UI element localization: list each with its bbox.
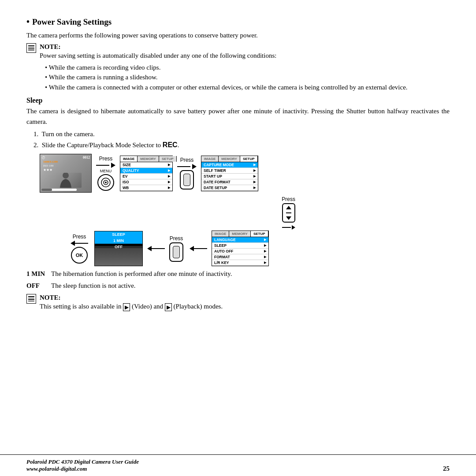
enter-arrow [282,225,295,230]
menu1-row-wb: WB▶ [120,185,172,191]
note1-bullet-3: While the camera is connected with a com… [45,82,450,93]
left-arrow-group [71,241,88,246]
menu1-tab-image: IMAGE [120,156,138,162]
up-triangle [286,206,291,209]
menu2-rows: CAPTURE MODE▶ SELF TIMER▶ START UP▶ DATE… [201,162,258,191]
menu3-row-sleep: SLEEP▶ [212,243,268,249]
page: • Power Saving Settings The camera perfo… [0,0,476,476]
menu2-tab-image: IMAGE [201,156,219,162]
note2-label: NOTE: [40,294,61,301]
menu1-tabs: IMAGE MEMORY SETUP [120,156,172,162]
def-off: OFF The sleep function is not active. [26,281,450,291]
cam-iso: ISO 100 [43,164,54,167]
menu1-tab-memory: MEMORY [138,156,159,162]
diagram-row-1: ⏱ 0012 1600X1200 ISO 100 ★★★ [40,154,450,193]
svg-point-3 [105,182,107,183]
menu2-row-self-timer: SELF TIMER▶ [201,168,258,174]
menu-label: MENU [100,169,112,173]
menu1-row-quality: QUALITY▶ [120,168,172,174]
menu1-tab-setup: SETUP [159,156,177,162]
menu-screen-3: IMAGE MEMORY SETUP LANGUAGE▶ SLEEP▶ AUTO… [212,231,269,266]
note2-icon [26,294,36,304]
press-label-1: Press [99,156,113,162]
cam-icon: ⏱ [41,156,45,160]
menu2-row-date-setup: DATE SETUP▶ [201,185,258,191]
left-arrow-head [71,241,75,246]
sleep-steps: 1. Turn on the camera. 2. Slide the Capt… [26,129,450,151]
ok-button[interactable]: OK [71,247,88,264]
note1-icon [26,43,36,53]
menu2-tab-memory: MEMORY [219,156,240,162]
menu-screen-1: IMAGE MEMORY SETUP SIZE▶ QUALITY▶ EV▶ IS… [120,156,173,191]
down-arrow-area: Press [26,194,304,230]
left-arrow-head-2 [147,246,152,251]
menu3-tabs: IMAGE MEMORY SETUP [212,231,268,237]
playback-icon: ▶ [165,303,172,312]
press-menu-group: Press MENU [96,156,115,191]
sleep-screen-content: SLEEP 1 MIN OFF [95,231,142,250]
mid-line [286,212,291,213]
def-desc-1min: The hibernation function is performed af… [51,269,450,279]
svg-point-0 [63,173,69,178]
note2-content: NOTE: This setting is also available in … [40,294,450,312]
menu3-row-auto-off: AUTO OFF▶ [212,249,268,254]
note1-box: NOTE: Power saving setting is automatica… [26,43,450,92]
menu2-row-capture: CAPTURE MODE▶ [201,162,258,168]
footer: Polaroid PDC 4370 Digital Camera User Gu… [0,454,476,476]
video-icon: ▶ [123,303,130,312]
menu2-row-date-format: DATE FORMAT▶ [201,179,258,185]
sleep-body: The camera is designed to hibernate auto… [26,106,450,127]
left-arrow-3 [190,246,207,251]
footer-url: www.polaroid-digital.com [26,465,139,472]
left-arrow-2 [147,246,165,251]
diagram-row-2: Press OK SLEEP 1 MIN OFF [71,231,450,266]
section-title: • Power Saving Settings [26,17,450,27]
menu3-tab-image: IMAGE [212,231,229,237]
diagram-area-2: Press [26,194,450,230]
nav-btn-inner [183,174,190,186]
down-triangle [286,216,291,220]
def-1min: 1 MIN The hibernation function is perfor… [26,269,450,279]
menu2-row-startup: START UP▶ [201,174,258,179]
nav-btn-inner-2 [173,246,180,258]
nav-button-1[interactable] [180,170,194,190]
footer-page-num: 25 [443,465,450,472]
press-ok-group: Press OK [71,234,88,264]
menu3-tab-setup: SETUP [251,231,268,237]
note1-bullet-2: While the camera is running a slideshow. [45,72,450,82]
press-label-2: Press [180,157,194,163]
press-group-2: Press [177,157,197,190]
note2-box: NOTE: This setting is also available in … [26,294,450,312]
nav-button-2[interactable] [169,242,183,262]
sleep-screen: SLEEP 1 MIN OFF [94,231,143,266]
press-label-3: Press [282,196,295,202]
menu-button[interactable] [97,174,114,191]
title-bullet: • [26,17,30,27]
menu-btn-icon [101,178,111,187]
updown-button[interactable] [282,203,295,223]
menu1-row-size: SIZE▶ [120,162,172,168]
sleep-title: Sleep [26,97,450,104]
left-arrow-shaft [75,243,88,244]
menu-screen-2: IMAGE MEMORY SETUP CAPTURE MODE▶ SELF TI… [201,156,258,191]
page-title: Power Saving Settings [32,17,112,27]
person-silhouette [55,173,77,188]
menu1-row-iso: ISO▶ [120,179,172,185]
menu2-tabs: IMAGE MEMORY SETUP [201,156,258,162]
menu3-row-lr-key: L/R KEY▶ [212,260,268,266]
press-label-ok: Press [73,234,86,240]
camera-thumbnail: ⏱ 0012 1600X1200 ISO 100 ★★★ [40,154,92,193]
note1-label: NOTE: [40,43,61,50]
step-1: 1. Turn on the camera. [33,129,450,139]
menu1-rows: SIZE▶ QUALITY▶ EV▶ ISO▶ WB▶ [120,162,172,191]
menu3-rows: LANGUAGE▶ SLEEP▶ AUTO OFF▶ FORMAT▶ L/R K… [212,237,268,266]
def-term-1min: 1 MIN [26,269,46,279]
note1-bullets: While the camera is recording video clip… [40,63,450,93]
note2-text: This setting is also available in ▶ (Vid… [40,303,223,310]
left-arrow-shaft-2 [152,248,165,249]
note1-content: NOTE: Power saving setting is automatica… [40,43,450,92]
menu2-tab-setup: SETUP [240,156,258,162]
sleep-option-off: OFF [95,244,142,250]
menu3-row-format: FORMAT▶ [212,254,268,260]
press-nav-group: Press [169,235,183,262]
